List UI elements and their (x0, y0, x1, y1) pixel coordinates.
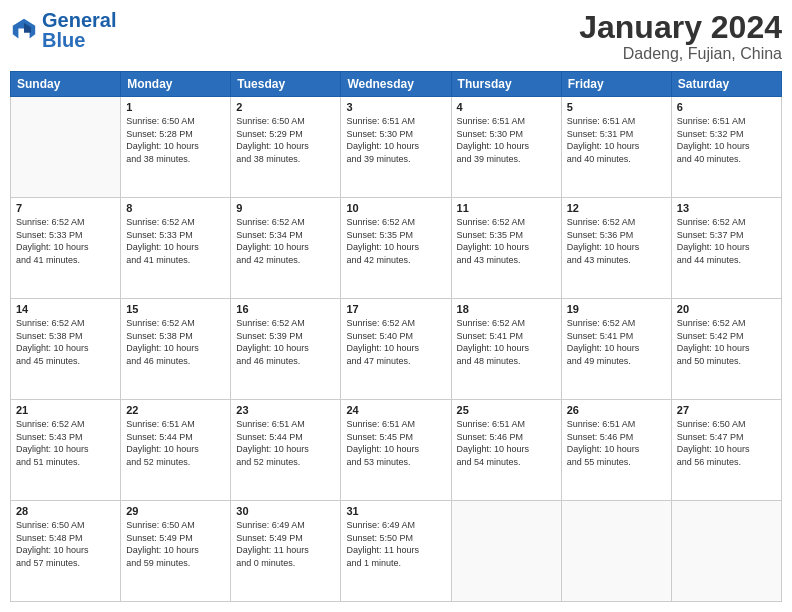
day-info: Sunrise: 6:50 AM Sunset: 5:47 PM Dayligh… (677, 418, 776, 468)
day-number: 12 (567, 202, 666, 214)
day-cell: 7Sunrise: 6:52 AM Sunset: 5:33 PM Daylig… (11, 198, 121, 299)
day-cell (561, 501, 671, 602)
day-info: Sunrise: 6:51 AM Sunset: 5:32 PM Dayligh… (677, 115, 776, 165)
dow-header-friday: Friday (561, 72, 671, 97)
day-info: Sunrise: 6:52 AM Sunset: 5:35 PM Dayligh… (346, 216, 445, 266)
day-number: 31 (346, 505, 445, 517)
week-row-2: 7Sunrise: 6:52 AM Sunset: 5:33 PM Daylig… (11, 198, 782, 299)
day-info: Sunrise: 6:52 AM Sunset: 5:40 PM Dayligh… (346, 317, 445, 367)
day-cell: 30Sunrise: 6:49 AM Sunset: 5:49 PM Dayli… (231, 501, 341, 602)
day-info: Sunrise: 6:51 AM Sunset: 5:46 PM Dayligh… (457, 418, 556, 468)
day-number: 6 (677, 101, 776, 113)
day-number: 15 (126, 303, 225, 315)
day-info: Sunrise: 6:52 AM Sunset: 5:41 PM Dayligh… (457, 317, 556, 367)
day-number: 26 (567, 404, 666, 416)
day-number: 18 (457, 303, 556, 315)
day-cell: 13Sunrise: 6:52 AM Sunset: 5:37 PM Dayli… (671, 198, 781, 299)
day-cell: 19Sunrise: 6:52 AM Sunset: 5:41 PM Dayli… (561, 299, 671, 400)
day-number: 22 (126, 404, 225, 416)
day-cell: 27Sunrise: 6:50 AM Sunset: 5:47 PM Dayli… (671, 400, 781, 501)
day-info: Sunrise: 6:52 AM Sunset: 5:34 PM Dayligh… (236, 216, 335, 266)
day-info: Sunrise: 6:51 AM Sunset: 5:44 PM Dayligh… (236, 418, 335, 468)
day-info: Sunrise: 6:51 AM Sunset: 5:30 PM Dayligh… (457, 115, 556, 165)
day-cell: 25Sunrise: 6:51 AM Sunset: 5:46 PM Dayli… (451, 400, 561, 501)
day-info: Sunrise: 6:52 AM Sunset: 5:41 PM Dayligh… (567, 317, 666, 367)
day-number: 10 (346, 202, 445, 214)
day-number: 30 (236, 505, 335, 517)
dow-header-tuesday: Tuesday (231, 72, 341, 97)
day-number: 16 (236, 303, 335, 315)
day-cell: 17Sunrise: 6:52 AM Sunset: 5:40 PM Dayli… (341, 299, 451, 400)
day-cell: 29Sunrise: 6:50 AM Sunset: 5:49 PM Dayli… (121, 501, 231, 602)
day-info: Sunrise: 6:50 AM Sunset: 5:48 PM Dayligh… (16, 519, 115, 569)
day-info: Sunrise: 6:52 AM Sunset: 5:38 PM Dayligh… (16, 317, 115, 367)
day-info: Sunrise: 6:51 AM Sunset: 5:46 PM Dayligh… (567, 418, 666, 468)
day-info: Sunrise: 6:52 AM Sunset: 5:42 PM Dayligh… (677, 317, 776, 367)
day-number: 1 (126, 101, 225, 113)
day-cell: 1Sunrise: 6:50 AM Sunset: 5:28 PM Daylig… (121, 97, 231, 198)
day-info: Sunrise: 6:51 AM Sunset: 5:30 PM Dayligh… (346, 115, 445, 165)
day-info: Sunrise: 6:52 AM Sunset: 5:33 PM Dayligh… (16, 216, 115, 266)
day-cell: 16Sunrise: 6:52 AM Sunset: 5:39 PM Dayli… (231, 299, 341, 400)
location: Dadeng, Fujian, China (579, 45, 782, 63)
day-number: 2 (236, 101, 335, 113)
day-cell: 24Sunrise: 6:51 AM Sunset: 5:45 PM Dayli… (341, 400, 451, 501)
day-number: 3 (346, 101, 445, 113)
week-row-3: 14Sunrise: 6:52 AM Sunset: 5:38 PM Dayli… (11, 299, 782, 400)
day-number: 25 (457, 404, 556, 416)
header: General Blue January 2024 Dadeng, Fujian… (10, 10, 782, 63)
day-cell: 15Sunrise: 6:52 AM Sunset: 5:38 PM Dayli… (121, 299, 231, 400)
day-number: 4 (457, 101, 556, 113)
day-cell: 11Sunrise: 6:52 AM Sunset: 5:35 PM Dayli… (451, 198, 561, 299)
day-cell: 4Sunrise: 6:51 AM Sunset: 5:30 PM Daylig… (451, 97, 561, 198)
day-cell: 20Sunrise: 6:52 AM Sunset: 5:42 PM Dayli… (671, 299, 781, 400)
logo-icon (10, 16, 38, 44)
day-cell: 8Sunrise: 6:52 AM Sunset: 5:33 PM Daylig… (121, 198, 231, 299)
day-info: Sunrise: 6:49 AM Sunset: 5:49 PM Dayligh… (236, 519, 335, 569)
day-info: Sunrise: 6:52 AM Sunset: 5:43 PM Dayligh… (16, 418, 115, 468)
dow-header-monday: Monday (121, 72, 231, 97)
day-cell (11, 97, 121, 198)
day-info: Sunrise: 6:52 AM Sunset: 5:33 PM Dayligh… (126, 216, 225, 266)
day-info: Sunrise: 6:51 AM Sunset: 5:31 PM Dayligh… (567, 115, 666, 165)
day-cell: 9Sunrise: 6:52 AM Sunset: 5:34 PM Daylig… (231, 198, 341, 299)
day-cell: 12Sunrise: 6:52 AM Sunset: 5:36 PM Dayli… (561, 198, 671, 299)
day-info: Sunrise: 6:52 AM Sunset: 5:39 PM Dayligh… (236, 317, 335, 367)
day-info: Sunrise: 6:49 AM Sunset: 5:50 PM Dayligh… (346, 519, 445, 569)
day-cell: 3Sunrise: 6:51 AM Sunset: 5:30 PM Daylig… (341, 97, 451, 198)
day-cell (451, 501, 561, 602)
day-number: 5 (567, 101, 666, 113)
day-cell: 22Sunrise: 6:51 AM Sunset: 5:44 PM Dayli… (121, 400, 231, 501)
dow-header-wednesday: Wednesday (341, 72, 451, 97)
day-cell: 26Sunrise: 6:51 AM Sunset: 5:46 PM Dayli… (561, 400, 671, 501)
day-cell: 5Sunrise: 6:51 AM Sunset: 5:31 PM Daylig… (561, 97, 671, 198)
day-number: 21 (16, 404, 115, 416)
week-row-5: 28Sunrise: 6:50 AM Sunset: 5:48 PM Dayli… (11, 501, 782, 602)
day-cell: 21Sunrise: 6:52 AM Sunset: 5:43 PM Dayli… (11, 400, 121, 501)
day-info: Sunrise: 6:52 AM Sunset: 5:38 PM Dayligh… (126, 317, 225, 367)
day-number: 14 (16, 303, 115, 315)
day-info: Sunrise: 6:51 AM Sunset: 5:45 PM Dayligh… (346, 418, 445, 468)
days-of-week-row: SundayMondayTuesdayWednesdayThursdayFrid… (11, 72, 782, 97)
day-number: 13 (677, 202, 776, 214)
day-number: 23 (236, 404, 335, 416)
day-info: Sunrise: 6:50 AM Sunset: 5:49 PM Dayligh… (126, 519, 225, 569)
day-number: 29 (126, 505, 225, 517)
day-number: 8 (126, 202, 225, 214)
day-cell (671, 501, 781, 602)
day-number: 28 (16, 505, 115, 517)
week-row-4: 21Sunrise: 6:52 AM Sunset: 5:43 PM Dayli… (11, 400, 782, 501)
day-cell: 28Sunrise: 6:50 AM Sunset: 5:48 PM Dayli… (11, 501, 121, 602)
day-info: Sunrise: 6:52 AM Sunset: 5:37 PM Dayligh… (677, 216, 776, 266)
week-row-1: 1Sunrise: 6:50 AM Sunset: 5:28 PM Daylig… (11, 97, 782, 198)
logo: General Blue (10, 10, 116, 50)
day-info: Sunrise: 6:50 AM Sunset: 5:28 PM Dayligh… (126, 115, 225, 165)
day-number: 9 (236, 202, 335, 214)
day-cell: 2Sunrise: 6:50 AM Sunset: 5:29 PM Daylig… (231, 97, 341, 198)
day-cell: 10Sunrise: 6:52 AM Sunset: 5:35 PM Dayli… (341, 198, 451, 299)
day-number: 20 (677, 303, 776, 315)
day-info: Sunrise: 6:52 AM Sunset: 5:36 PM Dayligh… (567, 216, 666, 266)
day-number: 17 (346, 303, 445, 315)
day-cell: 6Sunrise: 6:51 AM Sunset: 5:32 PM Daylig… (671, 97, 781, 198)
day-cell: 23Sunrise: 6:51 AM Sunset: 5:44 PM Dayli… (231, 400, 341, 501)
